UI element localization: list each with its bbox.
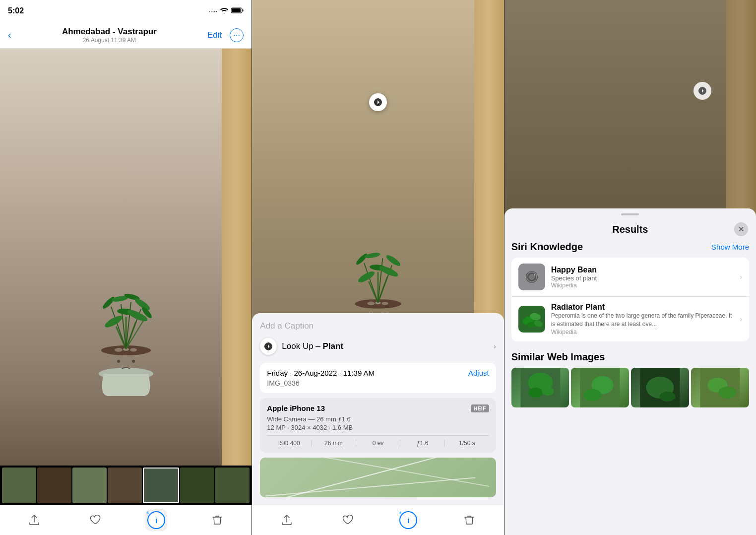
caption-field[interactable]: Add a Caption xyxy=(260,321,496,331)
svg-point-8 xyxy=(117,360,120,363)
info-button[interactable]: + i xyxy=(145,509,167,531)
visual-lookup-icon[interactable] xyxy=(369,93,387,111)
lookup-text: Look Up – Plant xyxy=(282,341,343,351)
visual-lookup-small-icon xyxy=(260,338,277,355)
info-card: Add a Caption Look Up – Plant › Friday ·… xyxy=(252,313,504,505)
svg-point-18 xyxy=(103,314,124,330)
delete-button[interactable] xyxy=(206,509,228,531)
exif-ev: 0 ev xyxy=(356,440,401,447)
svg-point-43 xyxy=(364,252,380,259)
similar-title: Similar Web Images xyxy=(511,351,605,363)
lookup-row[interactable]: Look Up – Plant › xyxy=(260,338,496,355)
nav-bar: ‹ Ahmedabad - Vastrapur 26 August 11:39 … xyxy=(0,22,252,49)
favorite-button-2[interactable] xyxy=(337,509,359,531)
similar-images-section: Similar Web Images xyxy=(504,346,756,407)
exif-focal: 26 mm xyxy=(312,440,356,447)
siri-section-header: Siri Knowledge Show More xyxy=(511,241,749,253)
similar-image-4[interactable] xyxy=(691,368,749,407)
status-bar: 5:02 ····· xyxy=(0,0,252,22)
nav-title-main: Ahmedabad - Vastrapur xyxy=(62,27,157,37)
exif-row: ISO 400 26 mm 0 ev ƒ1.6 1/50 s xyxy=(267,435,489,447)
back-button[interactable]: ‹ xyxy=(8,29,11,41)
meta-row: Friday · 26-Aug-2022 · 11:39 AM Adjust xyxy=(267,369,489,377)
signal-icon: ····· xyxy=(208,7,217,15)
share-button-2[interactable] xyxy=(276,509,298,531)
strip-thumb-6[interactable] xyxy=(180,468,214,503)
delete-button-2[interactable] xyxy=(458,509,480,531)
meta-date: Friday · 26-Aug-2022 · 11:39 AM xyxy=(267,369,375,377)
adjust-button[interactable]: Adjust xyxy=(468,369,489,377)
device-row: Apple iPhone 13 HEIF xyxy=(267,404,489,412)
happy-bean-name: Happy Bean xyxy=(551,266,734,274)
sheet-header: Results ✕ xyxy=(504,215,756,241)
svg-point-39 xyxy=(357,269,376,284)
camera-detail: Wide Camera — 26 mm ƒ1.6 xyxy=(267,415,489,423)
svg-point-44 xyxy=(385,253,402,268)
strip-thumb-4[interactable] xyxy=(108,468,142,503)
panel-info: Add a Caption Look Up – Plant › Friday ·… xyxy=(252,0,504,535)
info-icon: + i xyxy=(147,511,165,529)
svg-point-73 xyxy=(584,389,602,401)
more-button[interactable]: ··· xyxy=(230,28,244,42)
svg-point-70 xyxy=(542,388,554,396)
similar-image-1[interactable] xyxy=(511,368,569,407)
radiator-plant-desc: Peperomia is one of the two large genera… xyxy=(551,312,734,329)
svg-point-28 xyxy=(367,301,375,305)
radiator-plant-chevron-icon: › xyxy=(740,315,742,323)
meta-filename: IMG_0336 xyxy=(267,379,489,387)
similar-image-3[interactable] xyxy=(631,368,689,407)
radiator-plant-name: Radiator Plant xyxy=(551,303,734,312)
mp-detail: 12 MP · 3024 × 4032 · 1.6 MB xyxy=(267,424,489,431)
plus-decoration: + xyxy=(146,510,149,516)
info-icon-2: + i xyxy=(399,511,417,529)
visual-lookup-overlay-icon xyxy=(693,82,711,100)
photo-strip[interactable] xyxy=(0,466,252,505)
more-icon: ··· xyxy=(234,31,240,40)
share-button[interactable] xyxy=(23,509,45,531)
toolbar-2: + i xyxy=(252,505,504,535)
toolbar: + i xyxy=(0,505,252,535)
happy-bean-chevron-icon: › xyxy=(740,273,742,281)
svg-point-9 xyxy=(132,360,135,363)
strip-thumb-2[interactable] xyxy=(37,468,71,503)
strip-thumb-7[interactable] xyxy=(215,468,250,503)
wood-shelf xyxy=(222,49,252,466)
siri-knowledge-title: Siri Knowledge xyxy=(511,241,583,253)
panel-photos: 5:02 ····· ‹ Ahmedabad - Vastrapur 26 Au… xyxy=(0,0,252,535)
similar-image-2[interactable] xyxy=(571,368,629,407)
svg-rect-1 xyxy=(232,8,241,12)
results-sheet: Results ✕ Siri Knowledge Show More Happy… xyxy=(504,208,756,535)
info-button-2[interactable]: + i xyxy=(397,509,419,531)
nav-title: Ahmedabad - Vastrapur 26 August 11:39 AM xyxy=(62,27,157,44)
exif-iso: ISO 400 xyxy=(267,440,312,447)
svg-point-42 xyxy=(355,252,369,266)
lookup-value: Plant xyxy=(323,341,344,351)
map-preview[interactable] xyxy=(260,458,496,497)
strip-thumb-3[interactable] xyxy=(72,468,107,503)
show-more-button[interactable]: Show More xyxy=(711,243,749,251)
plus-deco-2: + xyxy=(398,510,401,516)
photo-view xyxy=(0,49,252,466)
nav-title-sub: 26 August 11:39 AM xyxy=(62,37,157,44)
exif-shutter: 1/50 s xyxy=(445,440,489,447)
results-title: Results xyxy=(526,224,734,235)
meta-section: Friday · 26-Aug-2022 · 11:39 AM Adjust I… xyxy=(260,363,496,393)
close-button[interactable]: ✕ xyxy=(734,222,748,236)
battery-icon xyxy=(231,7,244,15)
plant-image xyxy=(86,257,166,396)
svg-point-69 xyxy=(528,388,543,398)
strip-thumb-1[interactable] xyxy=(2,468,36,503)
svg-point-21 xyxy=(101,295,116,310)
favorite-button[interactable] xyxy=(84,509,106,531)
heif-badge: HEIF xyxy=(471,404,489,412)
siri-knowledge-section: Siri Knowledge Show More Happy Bean Spec… xyxy=(504,241,756,346)
svg-point-30 xyxy=(381,302,388,305)
strip-thumb-5[interactable] xyxy=(143,468,179,503)
status-icons: ····· xyxy=(208,7,244,15)
status-time: 5:02 xyxy=(8,6,24,15)
i-letter-2: i xyxy=(407,516,409,525)
edit-button[interactable]: Edit xyxy=(207,30,222,40)
knowledge-item-happy-bean[interactable]: Happy Bean Species of plant Wikipedia › xyxy=(511,258,749,296)
knowledge-item-radiator-plant[interactable]: Radiator Plant Peperomia is one of the t… xyxy=(511,296,749,341)
similar-images-grid xyxy=(511,368,749,407)
